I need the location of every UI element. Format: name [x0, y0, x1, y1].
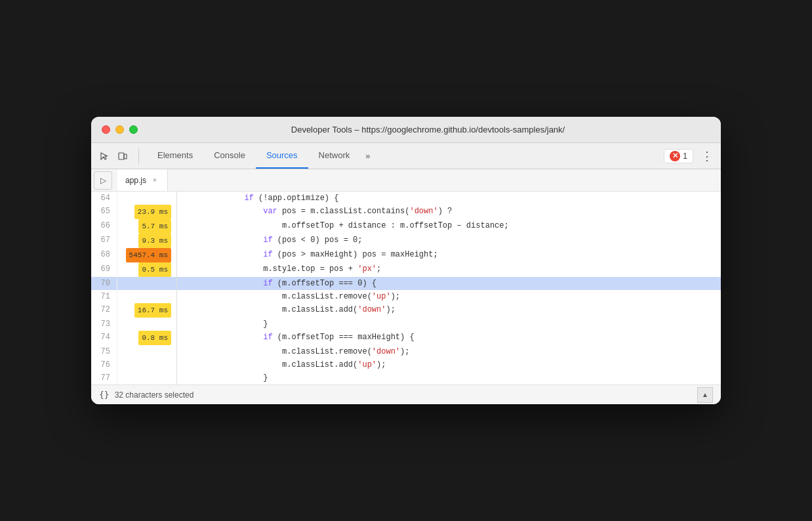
tab-list: Elements Console Sources Network » — [147, 143, 664, 169]
timing-badge: 0.5 ms — [138, 262, 171, 277]
timing-badge: 0.8 ms — [138, 331, 171, 345]
code-content: var pos = m.classList.contains('down') ? — [177, 205, 721, 219]
toolbar: Elements Console Sources Network » ✕ 1 ⋮ — [91, 143, 721, 169]
code-line[interactable]: 690.5 ms m.style.top = pos + 'px'; — [91, 262, 721, 277]
timing-cell: 23.9 ms — [117, 205, 176, 219]
title-bar: Developer Tools – https://googlechrome.g… — [91, 117, 721, 143]
code-content: if (m.offsetTop === maxHeight) { — [177, 331, 721, 345]
line-number: 65 — [91, 205, 117, 219]
toolbar-right: ✕ 1 ⋮ — [664, 149, 716, 163]
code-content: if (!app.optimize) { — [177, 192, 721, 205]
timing-cell — [117, 290, 176, 303]
timing-badge: 5457.4 ms — [126, 248, 171, 262]
timing-badge: 23.9 ms — [134, 205, 171, 219]
toolbar-icons — [96, 148, 139, 164]
timing-cell: 5.7 ms — [117, 219, 176, 234]
code-line[interactable]: 685457.4 ms if (pos > maxHeight) pos = m… — [91, 248, 721, 262]
line-number: 73 — [91, 318, 117, 331]
code-line[interactable]: 77 } — [91, 371, 721, 385]
line-number: 76 — [91, 358, 117, 371]
code-content: m.classList.add('down'); — [177, 303, 721, 318]
tab-elements[interactable]: Elements — [147, 143, 203, 169]
timing-badge: 9.3 ms — [138, 234, 171, 248]
code-line[interactable]: 6523.9 ms var pos = m.classList.contains… — [91, 205, 721, 219]
timing-cell — [117, 345, 176, 358]
code-content: m.style.top = pos + 'px'; — [177, 262, 721, 277]
tab-network[interactable]: Network — [308, 143, 361, 169]
code-line[interactable]: 73 } — [91, 318, 721, 331]
minimize-button[interactable] — [115, 125, 124, 134]
code-line[interactable]: 7216.7 ms m.classList.add('down'); — [91, 303, 721, 318]
tab-console[interactable]: Console — [203, 143, 256, 169]
file-tab-close[interactable]: × — [150, 176, 159, 185]
code-content: if (m.offsetTop === 0) { — [177, 277, 721, 290]
code-content: } — [177, 371, 721, 385]
code-content: m.classList.remove('down'); — [177, 345, 721, 358]
maximize-button[interactable] — [129, 125, 138, 134]
selection-status: 32 characters selected — [115, 390, 194, 400]
line-number: 72 — [91, 303, 117, 318]
error-icon: ✕ — [670, 151, 680, 161]
error-badge[interactable]: ✕ 1 — [664, 149, 693, 163]
code-content: } — [177, 318, 721, 331]
line-number: 77 — [91, 371, 117, 385]
line-number: 74 — [91, 331, 117, 345]
timing-cell — [117, 277, 176, 290]
line-number: 66 — [91, 219, 117, 234]
close-button[interactable] — [102, 125, 110, 134]
timing-cell: 0.5 ms — [117, 262, 176, 277]
code-line[interactable]: 679.3 ms if (pos < 0) pos = 0; — [91, 234, 721, 248]
file-tab-appjs[interactable]: app.js × — [117, 169, 168, 191]
code-line[interactable]: 665.7 ms m.offsetTop + distance : m.offs… — [91, 219, 721, 234]
code-line[interactable]: 71 m.classList.remove('up'); — [91, 290, 721, 303]
format-icon[interactable]: {} — [99, 390, 110, 400]
timing-badge: 5.7 ms — [138, 219, 171, 234]
line-number: 70 — [91, 277, 117, 290]
line-number: 71 — [91, 290, 117, 303]
tab-sources[interactable]: Sources — [256, 143, 308, 169]
status-right: ▲ — [697, 387, 713, 403]
code-content: if (pos < 0) pos = 0; — [177, 234, 721, 248]
line-number: 75 — [91, 345, 117, 358]
timing-cell — [117, 318, 176, 331]
sidebar-toggle[interactable]: ▷ — [94, 171, 112, 190]
file-tabs-bar: ▷ app.js × — [91, 169, 721, 192]
code-line[interactable]: 75 m.classList.remove('down'); — [91, 345, 721, 358]
menu-button[interactable]: ⋮ — [699, 149, 716, 163]
devtools-window: Developer Tools – https://googlechrome.g… — [91, 117, 721, 404]
timing-cell: 5457.4 ms — [117, 248, 176, 262]
code-content: m.classList.remove('up'); — [177, 290, 721, 303]
timing-cell — [117, 358, 176, 371]
code-editor[interactable]: 64 if (!app.optimize) {6523.9 ms var pos… — [91, 192, 721, 385]
timing-cell: 9.3 ms — [117, 234, 176, 248]
code-line[interactable]: 70 if (m.offsetTop === 0) { — [91, 277, 721, 290]
traffic-lights — [102, 125, 138, 134]
svg-rect-0 — [119, 153, 124, 159]
inspect-icon[interactable] — [96, 148, 112, 164]
timing-badge: 16.7 ms — [134, 303, 171, 318]
line-number: 68 — [91, 248, 117, 262]
line-number: 67 — [91, 234, 117, 248]
timing-cell — [117, 371, 176, 385]
line-number: 64 — [91, 192, 117, 205]
code-line[interactable]: 740.8 ms if (m.offsetTop === maxHeight) … — [91, 331, 721, 345]
line-number: 69 — [91, 262, 117, 277]
timing-cell: 0.8 ms — [117, 331, 176, 345]
status-left: {} 32 characters selected — [99, 390, 193, 400]
code-line[interactable]: 64 if (!app.optimize) { — [91, 192, 721, 205]
code-line[interactable]: 76 m.classList.add('up'); — [91, 358, 721, 371]
scroll-up-button[interactable]: ▲ — [697, 387, 713, 403]
status-bar: {} 32 characters selected ▲ — [91, 385, 721, 404]
code-content: if (pos > maxHeight) pos = maxHeight; — [177, 248, 721, 262]
svg-rect-1 — [124, 154, 127, 159]
tab-more-button[interactable]: » — [360, 151, 375, 161]
code-content: m.classList.add('up'); — [177, 358, 721, 371]
window-title: Developer Tools – https://googlechrome.g… — [146, 125, 710, 135]
timing-cell — [117, 192, 176, 205]
code-content: m.offsetTop + distance : m.offsetTop – d… — [177, 219, 721, 234]
device-mode-icon[interactable] — [115, 148, 131, 164]
timing-cell: 16.7 ms — [117, 303, 176, 318]
